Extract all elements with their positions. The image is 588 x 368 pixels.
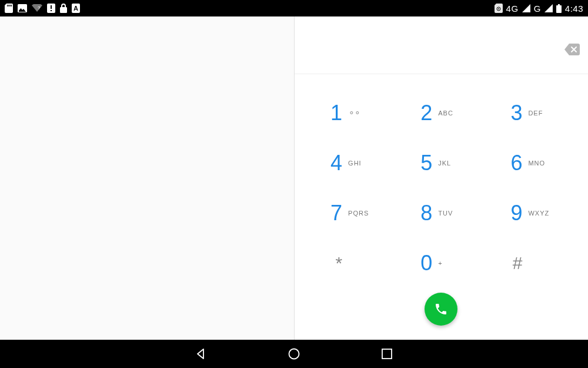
key-3[interactable]: 3 DEF	[486, 88, 576, 138]
wifi-question-icon: ?	[32, 4, 42, 12]
battery-icon	[556, 4, 562, 13]
home-button[interactable]	[286, 346, 302, 362]
backspace-button[interactable]	[564, 44, 580, 55]
key-0[interactable]: 0 +	[396, 238, 486, 288]
svg-rect-14	[558, 4, 560, 5]
contacts-pane	[0, 16, 295, 340]
signal-icon-1	[522, 4, 530, 12]
image-icon	[18, 4, 27, 12]
key-5[interactable]: 5 JKL	[396, 138, 486, 188]
key-6[interactable]: 6 MNO	[486, 138, 576, 188]
svg-rect-2	[10, 5, 11, 6]
svg-rect-15	[556, 5, 562, 13]
svg-rect-1	[8, 5, 9, 6]
back-button[interactable]	[193, 346, 209, 362]
voicemail-icon: ⚬⚬	[348, 108, 360, 118]
svg-point-13	[498, 8, 499, 9]
dial-input-area	[295, 16, 589, 74]
network-label-2: G	[534, 4, 541, 14]
alert-icon	[47, 4, 55, 13]
key-9[interactable]: 9 WXYZ	[486, 188, 576, 238]
key-2[interactable]: 2 ABC	[396, 88, 486, 138]
sim-settings-icon	[495, 4, 503, 13]
sd-card-icon	[5, 4, 13, 13]
lock-icon	[60, 4, 67, 13]
signal-icon-2	[544, 4, 553, 12]
text-card-icon: A	[72, 4, 80, 13]
key-4[interactable]: 4 GHI	[306, 138, 396, 188]
svg-text:?: ?	[38, 5, 41, 11]
recents-button[interactable]	[379, 346, 395, 362]
svg-rect-7	[51, 5, 52, 9]
key-1[interactable]: 1 ⚬⚬	[306, 88, 396, 138]
svg-rect-3	[11, 5, 12, 6]
call-button[interactable]	[425, 293, 457, 326]
dialer-pane: 1 ⚬⚬ 2 ABC 3 DEF 4 GHI 5 JKL	[295, 16, 589, 340]
svg-rect-9	[60, 7, 67, 13]
clock: 4:43	[565, 4, 583, 14]
key-star[interactable]: *	[306, 238, 396, 288]
svg-point-16	[289, 349, 299, 359]
keypad: 1 ⚬⚬ 2 ABC 3 DEF 4 GHI 5 JKL	[295, 74, 589, 293]
svg-rect-0	[7, 5, 8, 6]
navigation-bar	[0, 340, 588, 368]
key-hash[interactable]: #	[486, 238, 576, 288]
key-7[interactable]: 7 PQRS	[306, 188, 396, 238]
svg-rect-17	[382, 349, 392, 359]
key-8[interactable]: 8 TUV	[396, 188, 486, 238]
network-label-1: 4G	[506, 4, 519, 14]
svg-rect-8	[51, 10, 52, 11]
status-bar: ? A 4G G	[0, 0, 588, 16]
phone-icon	[434, 302, 448, 316]
svg-text:A: A	[74, 5, 78, 12]
